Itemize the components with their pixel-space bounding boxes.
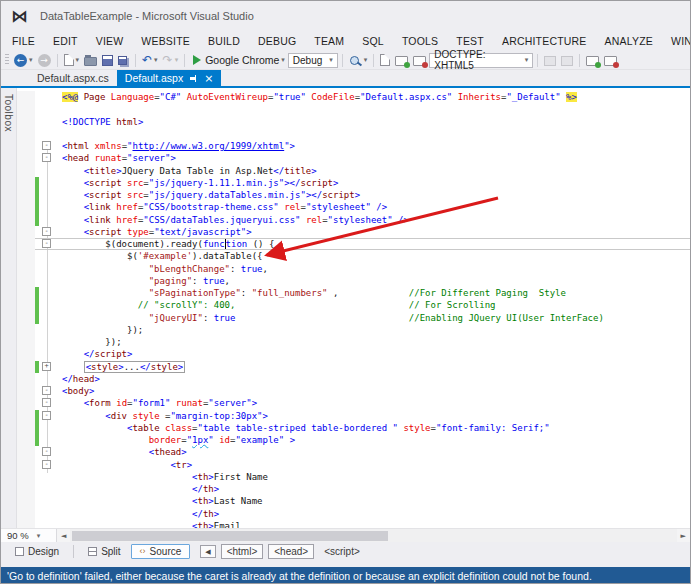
code-line[interactable]: <link href="CSS/bootstrap-theme.css" rel… bbox=[17, 201, 690, 213]
format-list-button[interactable] bbox=[542, 52, 558, 69]
breakpoint-margin[interactable] bbox=[17, 128, 35, 140]
new-document-button[interactable] bbox=[378, 52, 392, 69]
breakpoint-margin[interactable] bbox=[17, 397, 35, 409]
code-line[interactable]: </head> bbox=[17, 373, 690, 385]
code-line[interactable]: - <tr> bbox=[17, 459, 690, 471]
new-item-button[interactable]: ▾ bbox=[62, 52, 82, 69]
breakpoint-margin[interactable] bbox=[17, 495, 35, 507]
breakpoint-margin[interactable] bbox=[17, 116, 35, 128]
code-line[interactable] bbox=[17, 128, 690, 140]
breakpoint-margin[interactable] bbox=[17, 446, 35, 458]
title-bar[interactable]: ⋈ DataTableExample - Microsoft Visual St… bbox=[1, 1, 690, 31]
view-tab-split[interactable]: Split bbox=[80, 545, 128, 558]
menu-item-debug[interactable]: DEBUG bbox=[249, 35, 305, 47]
format-block-button[interactable] bbox=[559, 52, 575, 69]
code-line[interactable]: -<head runat="server"> bbox=[17, 152, 690, 164]
breakpoint-margin[interactable] bbox=[17, 508, 35, 520]
collapse-minus-icon[interactable]: - bbox=[42, 141, 51, 150]
breakpoint-margin[interactable] bbox=[17, 177, 35, 189]
collapse-minus-icon[interactable]: - bbox=[42, 153, 51, 162]
breakpoint-margin[interactable] bbox=[17, 165, 35, 177]
breadcrumb-item-head[interactable]: <head> bbox=[268, 544, 314, 559]
code-line[interactable]: <script src="js/jquery.dataTables.min.js… bbox=[17, 189, 690, 201]
menu-item-view[interactable]: VIEW bbox=[87, 35, 133, 47]
code-line[interactable]: <th>Email bbox=[17, 520, 690, 528]
menu-item-build[interactable]: BUILD bbox=[199, 35, 249, 47]
save-button[interactable] bbox=[100, 52, 115, 69]
menu-item-file[interactable]: FILE bbox=[3, 35, 44, 47]
code-line[interactable]: <%@ Page Language="C#" AutoEventWireup="… bbox=[17, 91, 690, 103]
code-line[interactable]: - $(document).ready(function () { bbox=[17, 238, 690, 250]
remove-tag-button[interactable] bbox=[602, 52, 619, 69]
view-tab-source[interactable]: ‹›Source bbox=[131, 544, 191, 559]
menu-item-team[interactable]: TEAM bbox=[305, 35, 353, 47]
check-out-button[interactable] bbox=[411, 52, 428, 69]
breakpoint-margin[interactable] bbox=[17, 373, 35, 385]
code-line[interactable]: $('#example').dataTable({ bbox=[17, 250, 690, 262]
toolbar-grip[interactable] bbox=[5, 54, 9, 66]
configuration-combobox[interactable]: Debug▾ bbox=[288, 53, 338, 68]
menu-item-edit[interactable]: EDIT bbox=[44, 35, 87, 47]
collapse-minus-icon[interactable]: - bbox=[42, 411, 51, 420]
code-line[interactable] bbox=[17, 103, 690, 115]
breakpoint-margin[interactable] bbox=[17, 483, 35, 495]
code-line[interactable]: "bLengthChange": true, bbox=[17, 263, 690, 275]
doctype-combobox[interactable]: DOCTYPE: XHTML5▾ bbox=[429, 53, 533, 68]
code-line[interactable]: <script src="js/jquery-1.11.1.min.js"></… bbox=[17, 177, 690, 189]
insert-tag-button[interactable] bbox=[584, 52, 601, 69]
code-line[interactable]: - <div style ="margin-top:30px"> bbox=[17, 410, 690, 422]
code-line[interactable]: </th> bbox=[17, 508, 690, 520]
breakpoint-margin[interactable] bbox=[17, 250, 35, 262]
menu-item-window[interactable]: WINDOW bbox=[662, 35, 691, 47]
breakpoint-margin[interactable] bbox=[17, 152, 35, 164]
breakpoint-margin[interactable] bbox=[17, 434, 35, 446]
toolbox-tab[interactable]: Toolbox bbox=[1, 88, 17, 528]
breakpoint-margin[interactable] bbox=[17, 103, 35, 115]
navigate-forward-button[interactable]: → bbox=[36, 52, 53, 69]
code-line[interactable]: + <style>...</style> bbox=[17, 361, 690, 373]
code-line[interactable]: "jQueryUI": true //Enabling JQuery UI(Us… bbox=[17, 312, 690, 324]
code-line[interactable]: <th>Last Name bbox=[17, 495, 690, 507]
breadcrumb-item-script[interactable]: <script> bbox=[319, 545, 365, 558]
menu-item-sql[interactable]: SQL bbox=[353, 35, 393, 47]
code-line[interactable]: "paging": true, bbox=[17, 275, 690, 287]
undo-button[interactable]: ↶▾ bbox=[140, 52, 160, 69]
redo-button[interactable]: ↷▾ bbox=[161, 52, 181, 69]
save-all-button[interactable] bbox=[116, 52, 131, 69]
breakpoint-margin[interactable] bbox=[17, 226, 35, 238]
breakpoint-margin[interactable] bbox=[17, 312, 35, 324]
menu-item-test[interactable]: TEST bbox=[447, 35, 493, 47]
breakpoint-margin[interactable] bbox=[17, 471, 35, 483]
code-line[interactable]: - <thead> bbox=[17, 446, 690, 458]
breakpoint-margin[interactable] bbox=[17, 201, 35, 213]
code-line[interactable]: </script> bbox=[17, 348, 690, 360]
open-file-button[interactable] bbox=[82, 52, 99, 69]
menu-item-architecture[interactable]: ARCHITECTURE bbox=[493, 35, 596, 47]
breakpoint-margin[interactable] bbox=[17, 299, 35, 311]
code-line[interactable]: }); bbox=[17, 324, 690, 336]
check-in-button[interactable] bbox=[393, 52, 410, 69]
collapse-minus-icon[interactable]: - bbox=[42, 386, 51, 395]
collapse-minus-icon[interactable]: - bbox=[42, 398, 51, 407]
code-line[interactable]: -<body> bbox=[17, 385, 690, 397]
find-button[interactable]: ▾ bbox=[347, 52, 370, 69]
breakpoint-margin[interactable] bbox=[17, 385, 35, 397]
breakpoint-margin[interactable] bbox=[17, 336, 35, 348]
collapsed-region[interactable]: <style>...</style> bbox=[85, 362, 185, 372]
menu-item-website[interactable]: WEBSITE bbox=[132, 35, 199, 47]
breakpoint-margin[interactable] bbox=[17, 422, 35, 434]
code-line[interactable]: - <script type="text/javascript"> bbox=[17, 226, 690, 238]
breadcrumb-back-button[interactable]: ◀ bbox=[200, 545, 215, 558]
breakpoint-margin[interactable] bbox=[17, 238, 35, 250]
close-icon[interactable]: × bbox=[204, 73, 213, 84]
code-line[interactable]: - <form id="form1" runat="server"> bbox=[17, 397, 690, 409]
breakpoint-margin[interactable] bbox=[17, 459, 35, 471]
code-line[interactable]: <th>First Name bbox=[17, 471, 690, 483]
zoom-selector[interactable]: 90 %▾ bbox=[1, 529, 57, 542]
menu-item-tools[interactable]: TOOLS bbox=[393, 35, 447, 47]
code-line[interactable]: <!DOCTYPE html> bbox=[17, 116, 690, 128]
breakpoint-margin[interactable] bbox=[17, 140, 35, 152]
document-tab-default.aspx.cs[interactable]: Default.aspx.cs bbox=[29, 70, 117, 86]
collapse-minus-icon[interactable]: - bbox=[42, 460, 51, 469]
code-line[interactable]: </th> bbox=[17, 483, 690, 495]
